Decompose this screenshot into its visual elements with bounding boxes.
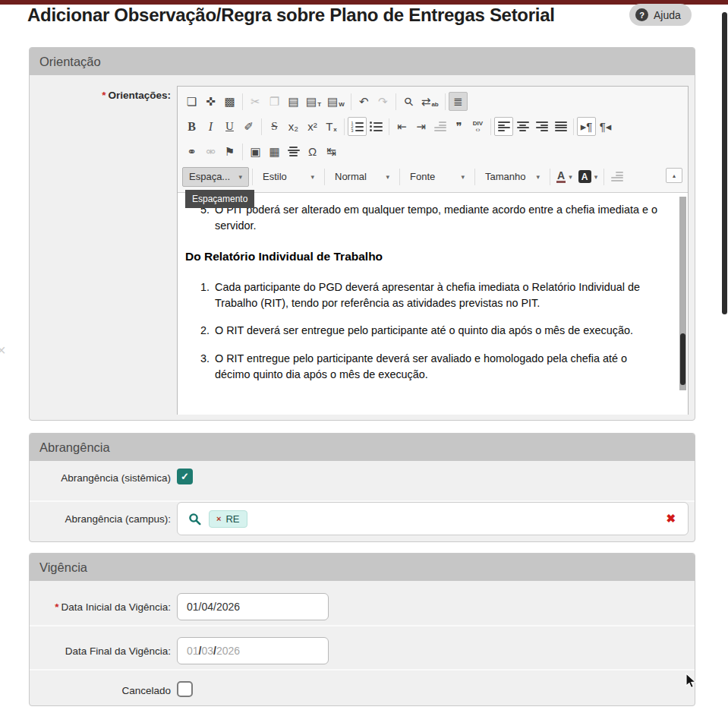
background-color-button[interactable]: A▾	[575, 167, 601, 186]
section-vigencia: Vigência *Data Inicial da Vigência: 01/0…	[29, 553, 695, 706]
text-direction-rtl-icon[interactable]: ¶◂	[596, 117, 615, 136]
campus-tag-label: RE	[225, 513, 239, 525]
find-icon[interactable]: ⚲	[399, 92, 418, 111]
abrangencia-sistemica-label: Abrangência (sistêmica)	[34, 472, 171, 484]
rich-text-editor: ❏✜▩✂❐▤▤T▤W↶↷⚲⇄ab≣ BIU✐Sx₂x²Tx123⇤⇥❞DIV‹›…	[177, 86, 689, 415]
campus-tag: × RE	[209, 510, 247, 528]
toolbar-separator	[550, 169, 550, 185]
undo-icon[interactable]: ↶	[355, 92, 373, 111]
strikethrough-icon[interactable]: S	[265, 117, 284, 136]
collapse-toolbar-button[interactable]: ▴	[666, 168, 682, 183]
toolbar-row-3: ⚭⚮⚑▣▦Ω↹	[182, 139, 683, 164]
image-icon[interactable]: ▣	[246, 142, 265, 161]
data-final-label: Data Final da Vigência:	[34, 645, 171, 658]
align-left-icon[interactable]	[494, 117, 513, 136]
page-break-icon[interactable]: ↹	[322, 142, 341, 161]
cancelado-checkbox[interactable]	[177, 681, 193, 697]
toolbar-separator	[474, 169, 475, 185]
toolbar-separator	[573, 118, 574, 135]
question-icon: ?	[635, 8, 648, 21]
toolbar-separator	[261, 118, 262, 135]
page-scrollbar-thumb[interactable]	[722, 12, 727, 314]
editor-heading: Do Relatório Individual de Trabalho	[185, 248, 662, 265]
align-justify-icon[interactable]	[551, 117, 570, 136]
data-inicial-input[interactable]: 01/04/2026	[177, 593, 329, 620]
section-title-vigencia: Vigência	[30, 554, 695, 581]
text-direction-ltr-icon[interactable]: ▸¶	[577, 117, 596, 136]
paste-from-word-icon[interactable]: ▤W	[324, 92, 348, 111]
numbered-list-icon[interactable]: 123	[348, 117, 367, 136]
espacamento-tooltip: Espaçamento	[185, 190, 254, 208]
abrangencia-campus-label: Abrangência (campus):	[34, 513, 171, 525]
search-icon	[188, 513, 201, 525]
editor-scrollbar-track[interactable]	[679, 197, 686, 390]
campus-multiselect[interactable]: × RE ✖	[177, 502, 689, 535]
section-title-abrangencia: Abrangência	[30, 434, 695, 461]
underline-icon[interactable]: U	[220, 117, 239, 136]
toolbar-separator	[242, 93, 243, 110]
show-blocks-icon[interactable]: ▩	[220, 92, 239, 111]
toolbar-row-4: Espaça...▾Estilo▾Normal▾Fonte▾Tamanho▾A▾…	[182, 164, 683, 189]
anchor-icon[interactable]: ⚑	[220, 142, 239, 161]
text-color-button[interactable]: A▾	[553, 167, 575, 186]
help-button[interactable]: ? Ajuda	[629, 4, 692, 26]
toolbar-row-1: ❏✜▩✂❐▤▤T▤W↶↷⚲⇄ab≣	[182, 89, 683, 114]
font-select[interactable]: Fonte▾	[403, 167, 471, 187]
table-icon[interactable]: ▦	[265, 142, 284, 161]
copy-icon: ❐	[265, 92, 284, 111]
paste-icon[interactable]: ▤	[284, 92, 303, 111]
data-inicial-label: *Data Inicial da Vigência:	[34, 601, 171, 614]
maximize-icon[interactable]: ✜	[201, 92, 220, 111]
unlink-icon: ⚮	[201, 142, 220, 161]
section-abrangencia: Abrangência Abrangência (sistêmica) ✓ Ab…	[29, 433, 695, 542]
remove-format-icon[interactable]: Tx	[322, 117, 341, 136]
remove-tag-icon[interactable]: ×	[216, 514, 221, 523]
italic-icon[interactable]: I	[201, 117, 220, 136]
date-mask-segment: 01	[187, 645, 199, 657]
paragraph-indent-icon	[430, 117, 449, 136]
align-center-icon[interactable]	[513, 117, 532, 136]
copy-formatting-icon[interactable]: ✐	[239, 117, 258, 136]
special-character-icon[interactable]: Ω	[303, 142, 322, 161]
left-edge-close-icon: ×	[0, 342, 6, 359]
paste-as-text-icon[interactable]: ▤T	[303, 92, 324, 111]
cancelado-label: Cancelado	[34, 684, 171, 697]
decrease-indent-icon[interactable]: ⇤	[392, 117, 411, 136]
abrangencia-sistemica-checkbox[interactable]: ✓	[177, 469, 193, 484]
editor-list-item: O RIT deverá ser entregue pelo participa…	[213, 323, 662, 339]
date-mask-segment: 2026	[216, 645, 240, 657]
editor-list-item: O PIT poderá ser alterado em qualquer te…	[213, 202, 662, 233]
spacing-select[interactable]: Espaça...▾	[182, 167, 249, 187]
required-marker: *	[102, 90, 106, 101]
toolbar-separator	[490, 118, 491, 135]
horizontal-rule-icon[interactable]	[284, 142, 303, 161]
editor-scrollbar-thumb[interactable]	[680, 333, 685, 385]
toolbar-separator	[351, 93, 351, 110]
bold-icon[interactable]: B	[182, 117, 201, 136]
toolbar-separator	[252, 169, 253, 185]
subscript-icon[interactable]: x₂	[284, 117, 303, 136]
link-icon[interactable]: ⚭	[182, 142, 201, 161]
increase-indent-icon[interactable]: ⇥	[411, 117, 430, 136]
toolbar-separator	[396, 93, 396, 110]
editor-content-area[interactable]: O PIT poderá ser alterado em qualquer te…	[178, 193, 688, 415]
superscript-icon[interactable]: x²	[303, 117, 322, 136]
div-container-icon[interactable]: DIV‹›	[468, 117, 487, 136]
align-right-icon[interactable]	[532, 117, 551, 136]
size-select[interactable]: Tamanho▾	[478, 167, 547, 187]
data-final-input[interactable]: 01/03/2026	[177, 637, 329, 664]
toolbar-separator	[242, 144, 243, 160]
bulleted-list-icon[interactable]	[367, 117, 386, 136]
replace-icon[interactable]: ⇄ab	[418, 92, 442, 111]
toolbar-separator	[344, 118, 345, 135]
cut-icon: ✂	[246, 92, 265, 111]
blockquote-icon[interactable]: ❞	[449, 117, 468, 136]
style-select[interactable]: Estilo▾	[256, 167, 321, 187]
editor-toolbar: ❏✜▩✂❐▤▤T▤W↶↷⚲⇄ab≣ BIU✐Sx₂x²Tx123⇤⇥❞DIV‹›…	[178, 87, 688, 193]
clear-selection-icon[interactable]: ✖	[666, 512, 676, 525]
editor-list-item: O RIT entregue pelo participante deverá …	[213, 351, 662, 382]
paragraph-format-select[interactable]: Normal▾	[328, 167, 396, 187]
select-all-icon[interactable]: ≣	[449, 92, 468, 111]
row-divider	[30, 669, 695, 671]
preview-icon[interactable]: ❏	[182, 92, 201, 111]
